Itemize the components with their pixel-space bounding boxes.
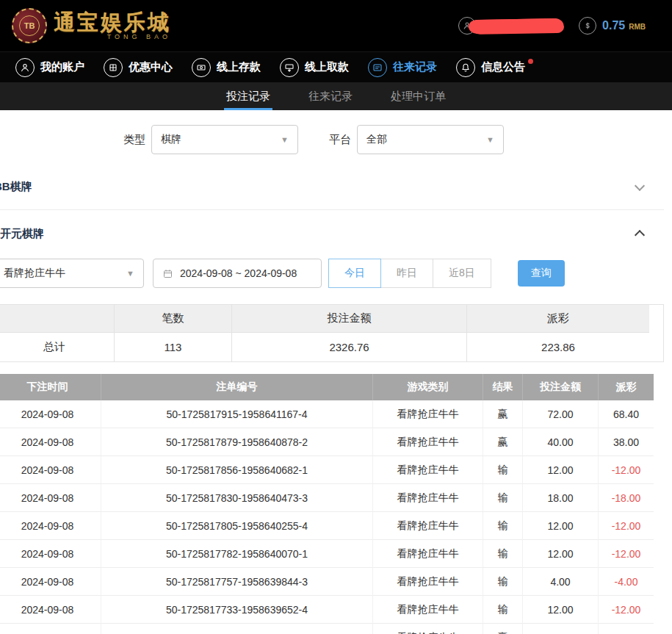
bet-id: 50-1725817733-1958639652-4 [101, 596, 373, 624]
bell-icon [456, 58, 475, 77]
bet-game: 看牌抢庄牛牛 [373, 456, 483, 484]
bet-id: 50-1725817782-1958640070-1 [101, 540, 373, 568]
bet-id: 50-1725817915-1958641167-4 [101, 400, 373, 428]
bet-amount: 18.00 [523, 484, 599, 512]
summary-col-empty [0, 305, 115, 333]
section-bb-title: BB棋牌 [0, 180, 32, 194]
type-select-value: 棋牌 [161, 133, 181, 146]
bet-game: 看牌抢庄牛牛 [373, 428, 483, 456]
chevron-down-icon: ▼ [126, 269, 134, 278]
bet-amount: 72.00 [523, 400, 599, 428]
bet-amount: 4.00 [523, 568, 599, 596]
user-account[interactable] [458, 17, 563, 35]
game-select[interactable]: 看牌抢庄牛牛 ▼ [0, 259, 144, 288]
nav-item-gift[interactable]: 优惠中心 [94, 52, 182, 82]
bet-game: 看牌抢庄牛牛 [373, 540, 483, 568]
bet-amount: 12.00 [523, 596, 599, 624]
bet-id: 50-1725817805-1958640255-4 [101, 512, 373, 540]
nav-item-label: 往来记录 [393, 60, 437, 74]
bet-table: 下注时间 注单编号 游戏类别 结果 投注金额 派彩 2024-09-0850-1… [0, 374, 664, 634]
tab-0[interactable]: 投注记录 [224, 82, 272, 110]
summary-payout-value: 223.86 [467, 333, 649, 361]
bet-date: 2024-09-08 [0, 568, 101, 596]
chevron-down-icon [635, 180, 645, 190]
nav-item-user[interactable]: 我的账户 [6, 52, 94, 82]
gift-icon [104, 58, 123, 77]
nav-item-records[interactable]: 往来记录 [358, 52, 447, 82]
filter-row: 类型 棋牌 ▼ 平台 全部 ▼ [0, 125, 664, 154]
col-bet-id: 注单编号 [101, 374, 373, 400]
type-select[interactable]: 棋牌 ▼ [151, 125, 298, 154]
balance-currency: RMB [629, 21, 646, 31]
bet-payout: 38.00 [599, 428, 654, 456]
nav-item-deposit[interactable]: 线上存款 [182, 52, 270, 82]
date-range-value: 2024-09-08 ~ 2024-09-08 [180, 267, 297, 279]
record-tabs: 投注记录往来记录处理中订单 [0, 82, 672, 110]
bet-id: 50-1725817682-1958639214-2 [101, 624, 373, 634]
bet-date: 2024-09-08 [0, 596, 101, 624]
bet-payout: -12.00 [599, 540, 654, 568]
logo-subtitle: TONG BAO [54, 33, 171, 40]
search-button[interactable]: 查询 [518, 260, 565, 287]
nav-item-label: 我的账户 [40, 60, 84, 74]
bet-result: 输 [483, 484, 523, 512]
yesterday-button[interactable]: 昨日 [380, 259, 433, 288]
balance-amount: 0.75 [602, 19, 625, 32]
bet-date: 2024-09-08 [0, 400, 101, 428]
tab-2[interactable]: 处理中订单 [389, 82, 448, 110]
bet-result: 赢 [483, 400, 523, 428]
nav-item-label: 优惠中心 [129, 60, 173, 74]
bet-id: 50-1725817856-1958640682-1 [101, 456, 373, 484]
bet-payout: -12.00 [599, 596, 654, 624]
nav-item-label: 线上取款 [305, 60, 349, 74]
top-header: TB 通宝娱乐城 TONG BAO 0.75 RMB [0, 0, 672, 51]
chevron-down-icon: ▼ [486, 135, 494, 144]
nav-item-label: 线上存款 [217, 60, 261, 74]
bet-payout: 68.40 [599, 400, 654, 428]
bet-game: 看牌抢庄牛牛 [373, 512, 483, 540]
balance-display[interactable]: 0.75 RMB [579, 17, 646, 35]
tab-1[interactable]: 往来记录 [306, 82, 355, 110]
deposit-icon [192, 58, 211, 77]
bet-payout: -18.00 [599, 484, 654, 512]
bet-date: 2024-09-08 [0, 512, 101, 540]
summary-col-count: 笔数 [115, 305, 232, 333]
bet-payout: -12.00 [599, 512, 654, 540]
today-button[interactable]: 今日 [328, 259, 381, 288]
username-redaction [470, 18, 563, 33]
casino-chip-icon: TB [12, 8, 47, 43]
col-bet-amount: 投注金额 [523, 374, 599, 400]
section-kaiyuan-qipai[interactable]: 开元棋牌 [0, 210, 664, 257]
platform-select[interactable]: 全部 ▼ [357, 125, 504, 154]
bet-amount: 40.00 [523, 428, 599, 456]
section-bb-qipai[interactable]: BB棋牌 [0, 165, 664, 210]
currency-icon [579, 17, 596, 35]
bet-id: 50-1725817879-1958640878-2 [101, 428, 373, 456]
chip-monogram: TB [19, 15, 40, 36]
summary-col-amount: 投注金额 [232, 305, 467, 333]
bet-amount: 36.00 [523, 624, 599, 634]
bet-amount: 12.00 [523, 540, 599, 568]
bet-date: 2024-09-08 [0, 428, 101, 456]
bet-date: 2024-09-08 [0, 540, 101, 568]
summary-total-label: 总计 [0, 333, 115, 361]
bet-game: 看牌抢庄牛牛 [373, 484, 483, 512]
site-logo: TB 通宝娱乐城 TONG BAO [12, 8, 171, 43]
date-range-input[interactable]: 2024-09-08 ~ 2024-09-08 [153, 259, 322, 288]
summary-col-payout: 派彩 [467, 305, 649, 333]
nav-item-bell[interactable]: 信息公告 [447, 52, 543, 82]
col-payout: 派彩 [599, 374, 654, 400]
bet-id: 50-1725817757-1958639844-3 [101, 568, 373, 596]
platform-label: 平台 [329, 133, 351, 147]
nav-item-withdraw[interactable]: 线上取款 [270, 52, 358, 82]
main-content: 类型 棋牌 ▼ 平台 全部 ▼ BB棋牌 开元棋牌 看牌抢庄牛牛 ▼ 2024-… [0, 125, 664, 634]
bet-result: 输 [483, 596, 523, 624]
last8days-button[interactable]: 近8日 [433, 259, 491, 288]
col-result: 结果 [483, 374, 523, 400]
header-right: 0.75 RMB [458, 17, 660, 35]
section-kaiyuan-title: 开元棋牌 [0, 227, 44, 241]
summary-amount-value: 2326.76 [232, 333, 467, 361]
bet-result: 输 [483, 568, 523, 596]
bet-id: 50-1725817830-1958640473-3 [101, 484, 373, 512]
platform-select-value: 全部 [366, 133, 387, 146]
